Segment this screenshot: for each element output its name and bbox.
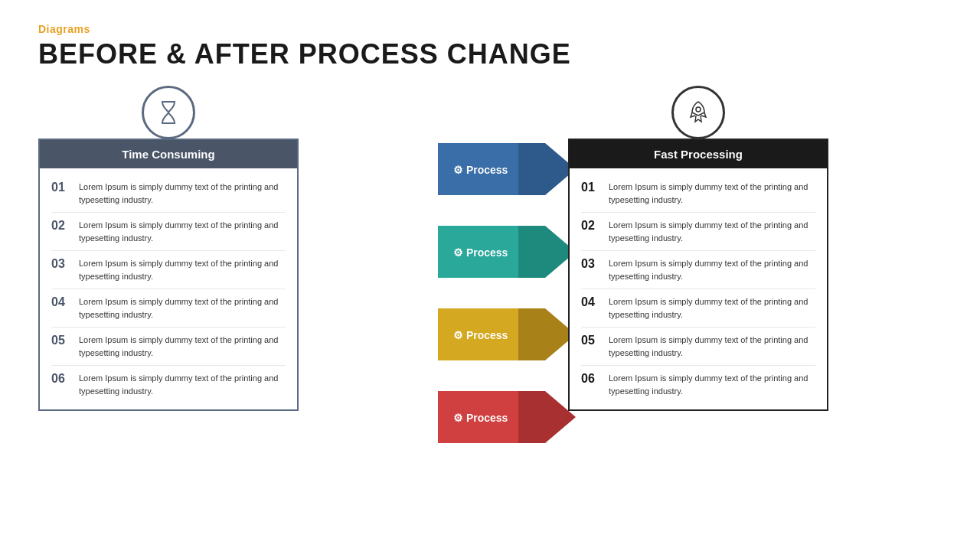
list-text: Lorem Ipsum is simply dummy text of the …: [609, 372, 815, 397]
left-list-item: 01 Lorem Ipsum is simply dummy text of t…: [51, 174, 286, 213]
right-list-item: 02 Lorem Ipsum is simply dummy text of t…: [581, 213, 815, 251]
svg-point-24: [696, 107, 701, 112]
left-list-item: 03 Lorem Ipsum is simply dummy text of t…: [51, 251, 286, 289]
list-number: 06: [51, 372, 71, 386]
list-number: 05: [51, 334, 71, 347]
right-section: Fast Processing 01 Lorem Ipsum is simply…: [568, 86, 828, 411]
svg-text:⚙ Process: ⚙ Process: [453, 246, 508, 259]
right-list-item: 04 Lorem Ipsum is simply dummy text of t…: [581, 289, 815, 328]
left-list-item: 05 Lorem Ipsum is simply dummy text of t…: [51, 328, 286, 366]
content-area: Time Consuming 01 Lorem Ipsum is simply …: [38, 86, 942, 471]
list-text: Lorem Ipsum is simply dummy text of the …: [609, 295, 815, 321]
svg-rect-20: [292, 391, 438, 443]
list-number: 04: [581, 295, 601, 309]
svg-text:⚙ Process: ⚙ Process: [453, 164, 508, 176]
right-list-item: 06 Lorem Ipsum is simply dummy text of t…: [581, 366, 815, 403]
main-title: BEFORE & AFTER PROCESS CHANGE: [38, 38, 942, 70]
list-number: 02: [51, 219, 71, 233]
left-list-item: 06 Lorem Ipsum is simply dummy text of t…: [51, 366, 286, 403]
left-list-item: 04 Lorem Ipsum is simply dummy text of t…: [51, 289, 286, 328]
hourglass-icon: [142, 86, 195, 139]
right-box-body: 01 Lorem Ipsum is simply dummy text of t…: [570, 168, 827, 409]
list-text: Lorem Ipsum is simply dummy text of the …: [79, 372, 286, 397]
svg-marker-16: [518, 308, 576, 360]
category-label: Diagrams: [38, 23, 942, 35]
list-number: 06: [581, 372, 601, 386]
left-box-header: Time Consuming: [40, 140, 297, 168]
list-text: Lorem Ipsum is simply dummy text of the …: [609, 219, 815, 244]
svg-text:⚙ Process: ⚙ Process: [453, 412, 508, 424]
right-list-item: 01 Lorem Ipsum is simply dummy text of t…: [581, 174, 815, 213]
rocket-icon: [671, 86, 725, 139]
right-list-item: 03 Lorem Ipsum is simply dummy text of t…: [581, 251, 815, 289]
process-arrows-svg: ⚙ Process ⚙ Process ⚙ Process: [292, 139, 576, 468]
list-number: 05: [581, 334, 601, 347]
svg-rect-2: [292, 143, 438, 195]
slide: Diagrams BEFORE & AFTER PROCESS CHANGE T…: [0, 0, 980, 551]
right-box-header: Fast Processing: [570, 140, 827, 168]
list-number: 02: [581, 219, 601, 233]
list-text: Lorem Ipsum is simply dummy text of the …: [609, 181, 815, 206]
right-box: Fast Processing 01 Lorem Ipsum is simply…: [568, 139, 828, 411]
list-text: Lorem Ipsum is simply dummy text of the …: [79, 219, 286, 244]
left-section: Time Consuming 01 Lorem Ipsum is simply …: [38, 86, 299, 411]
svg-marker-4: [518, 143, 576, 195]
right-list-item: 05 Lorem Ipsum is simply dummy text of t…: [581, 328, 815, 366]
list-number: 03: [51, 257, 71, 271]
svg-rect-8: [292, 226, 438, 278]
list-number: 03: [581, 257, 601, 271]
list-text: Lorem Ipsum is simply dummy text of the …: [79, 181, 286, 206]
list-text: Lorem Ipsum is simply dummy text of the …: [609, 257, 815, 282]
list-number: 01: [581, 181, 601, 194]
list-text: Lorem Ipsum is simply dummy text of the …: [79, 295, 286, 321]
list-text: Lorem Ipsum is simply dummy text of the …: [609, 334, 815, 359]
list-text: Lorem Ipsum is simply dummy text of the …: [79, 257, 286, 282]
left-box: Time Consuming 01 Lorem Ipsum is simply …: [38, 139, 299, 411]
svg-marker-10: [518, 226, 576, 278]
svg-rect-14: [292, 308, 438, 360]
left-list-item: 02 Lorem Ipsum is simply dummy text of t…: [51, 213, 286, 251]
svg-marker-22: [518, 391, 576, 443]
svg-text:⚙ Process: ⚙ Process: [453, 329, 508, 341]
left-box-body: 01 Lorem Ipsum is simply dummy text of t…: [40, 168, 297, 409]
list-number: 04: [51, 295, 71, 309]
middle-section: ⚙ Process ⚙ Process ⚙ Process: [292, 139, 576, 471]
list-text: Lorem Ipsum is simply dummy text of the …: [79, 334, 286, 359]
list-number: 01: [51, 181, 71, 194]
